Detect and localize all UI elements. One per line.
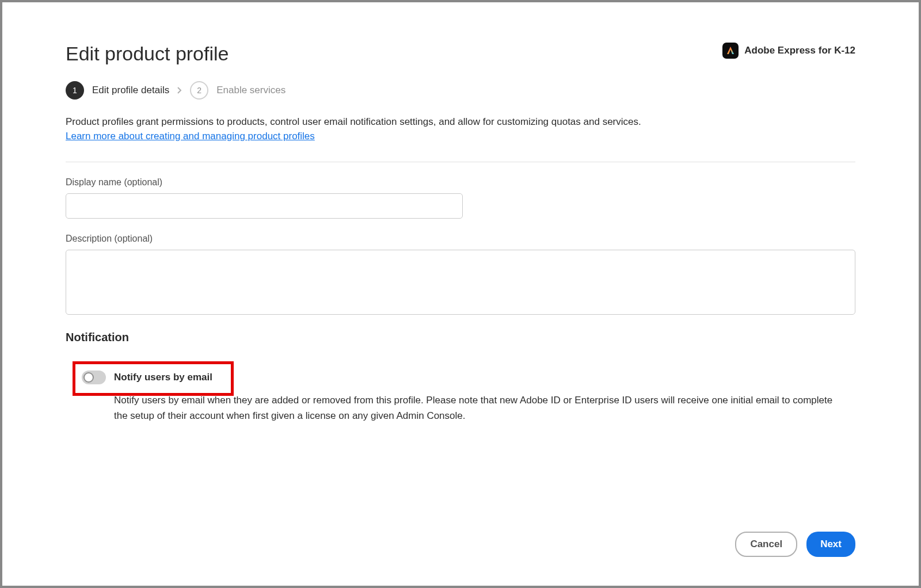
step-2-number: 2 [190,81,208,100]
cancel-button[interactable]: Cancel [735,532,797,557]
modal-title: Edit product profile [66,43,229,65]
product-name: Adobe Express for K-12 [744,45,855,56]
step-2-label: Enable services [216,85,286,96]
notification-card: Notify users by email Notify users by em… [66,357,855,437]
description-input[interactable] [66,250,855,315]
edit-profile-modal: Edit product profile Adobe Express for K… [2,2,919,586]
wizard-stepper: 1 Edit profile details 2 Enable services [66,81,855,100]
step-2[interactable]: 2 Enable services [190,81,286,100]
section-divider [66,162,855,162]
notify-toggle-label: Notify users by email [114,372,212,383]
step-1-label: Edit profile details [92,85,169,96]
chevron-right-icon [177,86,182,96]
adobe-express-icon [722,43,739,59]
product-tag: Adobe Express for K-12 [722,43,855,59]
intro-text: Product profiles grant permissions to pr… [66,114,855,129]
notify-toggle-row: Notify users by email [82,371,839,384]
step-1[interactable]: 1 Edit profile details [66,81,169,100]
display-name-input[interactable] [66,193,463,219]
toggle-knob [83,372,94,383]
notification-description: Notify users by email when they are adde… [114,392,839,423]
description-label: Description (optional) [66,234,855,244]
modal-footer: Cancel Next [735,532,855,557]
notification-heading: Notification [66,331,855,344]
notify-email-toggle[interactable] [82,371,106,384]
display-name-label: Display name (optional) [66,177,855,188]
step-1-number: 1 [66,81,84,100]
learn-more-link[interactable]: Learn more about creating and managing p… [66,131,855,142]
modal-header: Edit product profile Adobe Express for K… [66,43,855,65]
next-button[interactable]: Next [806,532,855,557]
